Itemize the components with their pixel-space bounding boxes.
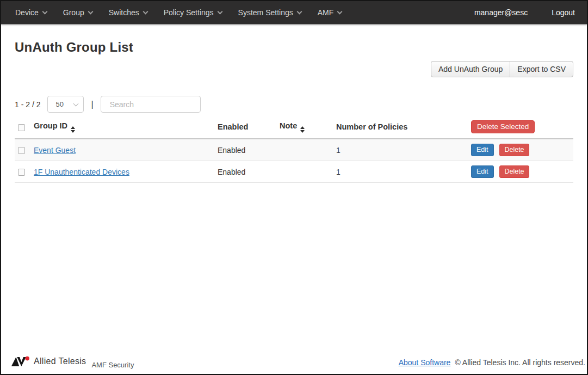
nav-item-group-label: Group — [63, 8, 84, 17]
brand-wrap: Allied Telesis — [11, 355, 86, 367]
table-row: 1F Unauthenticated Devices Enabled 1 Edi… — [15, 161, 573, 183]
separator: | — [91, 100, 93, 109]
note-value — [276, 161, 333, 183]
list-controls: 1 - 2 / 2 50 | — [15, 96, 573, 113]
column-header-note-label: Note — [280, 121, 297, 130]
nav-item-policy-settings-label: Policy Settings — [164, 8, 214, 17]
row-checkbox[interactable] — [18, 147, 25, 154]
about-software-link[interactable]: About Software — [399, 358, 451, 367]
table-header-row: Group ID Enabled Note Number of Policies… — [15, 118, 573, 139]
allied-telesis-logo-icon — [11, 355, 30, 367]
note-value — [276, 139, 333, 161]
chevron-down-icon — [296, 9, 302, 14]
nav-item-switches[interactable]: Switches — [102, 3, 155, 22]
toolbar: Add UnAuth Group Export to CSV — [15, 61, 573, 77]
delete-selected-button[interactable]: Delete Selected — [471, 120, 535, 133]
nav-right: manager@sesc Logout — [474, 8, 579, 17]
nav-item-device[interactable]: Device — [9, 3, 54, 22]
app-window: Device Group Switches Policy Settings Sy… — [0, 0, 588, 375]
column-header-group-id-label: Group ID — [34, 121, 67, 130]
nav-item-switches-label: Switches — [109, 8, 139, 17]
page-title: UnAuth Group List — [15, 40, 573, 55]
group-link[interactable]: Event Guest — [34, 146, 76, 155]
nav-item-amf-label: AMF — [318, 8, 334, 17]
chevron-down-icon — [217, 9, 222, 14]
page-size-select[interactable]: 50 — [47, 96, 84, 113]
enabled-value: Enabled — [214, 161, 276, 183]
delete-button[interactable]: Delete — [499, 144, 529, 156]
nav-item-group[interactable]: Group — [57, 3, 100, 22]
policies-value: 1 — [333, 161, 468, 183]
nav-item-system-settings-label: System Settings — [238, 8, 293, 17]
chevron-down-icon — [73, 101, 79, 106]
chevron-down-icon — [337, 9, 343, 14]
main-content: UnAuth Group List Add UnAuth Group Expor… — [1, 24, 587, 353]
select-all-checkbox[interactable] — [18, 124, 25, 131]
policies-value: 1 — [333, 139, 468, 161]
edit-button[interactable]: Edit — [471, 165, 494, 178]
sort-icon — [300, 126, 305, 133]
export-to-csv-button[interactable]: Export to CSV — [510, 61, 573, 77]
search-box — [101, 96, 201, 113]
chevron-down-icon — [42, 9, 47, 14]
column-header-policies: Number of Policies — [333, 118, 468, 139]
column-header-note[interactable]: Note — [276, 118, 333, 139]
column-header-group-id[interactable]: Group ID — [30, 118, 214, 139]
delete-button[interactable]: Delete — [499, 165, 529, 178]
column-header-enabled: Enabled — [214, 118, 276, 139]
chevron-down-icon — [88, 9, 93, 14]
brand-name: Allied Telesis — [34, 356, 86, 366]
column-header-actions: Delete Selected — [468, 118, 573, 139]
pagination-range: 1 - 2 / 2 — [15, 100, 40, 109]
group-link[interactable]: 1F Unauthenticated Devices — [34, 168, 129, 176]
nav-item-device-label: Device — [15, 8, 39, 17]
nav-item-amf[interactable]: AMF — [311, 3, 350, 22]
chevron-down-icon — [143, 9, 148, 14]
nav-item-policy-settings[interactable]: Policy Settings — [157, 3, 230, 22]
enabled-value: Enabled — [214, 139, 276, 161]
nav-item-system-settings[interactable]: System Settings — [232, 3, 309, 22]
edit-button[interactable]: Edit — [471, 144, 494, 156]
logged-in-user: manager@sesc — [474, 8, 528, 17]
add-unauth-group-button[interactable]: Add UnAuth Group — [431, 61, 510, 77]
footer: Allied Telesis AMF Security About Softwa… — [1, 353, 587, 374]
top-navbar: Device Group Switches Policy Settings Sy… — [1, 1, 587, 24]
unauth-group-table: Group ID Enabled Note Number of Policies… — [15, 118, 573, 183]
footer-brand: Allied Telesis AMF Security — [11, 355, 134, 369]
nav-menu: Device Group Switches Policy Settings Sy… — [9, 3, 349, 22]
page-size-value: 50 — [55, 100, 63, 108]
row-checkbox[interactable] — [18, 169, 25, 176]
footer-right: About Software © Allied Telesis Inc. All… — [399, 358, 585, 367]
search-input[interactable] — [110, 100, 208, 109]
sort-icon — [71, 126, 75, 133]
logout-button[interactable]: Logout — [552, 8, 579, 17]
copyright-text: © Allied Telesis Inc. All rights reserve… — [455, 358, 585, 367]
table-row: Event Guest Enabled 1 Edit Delete — [15, 139, 573, 161]
product-name: AMF Security — [91, 361, 134, 369]
